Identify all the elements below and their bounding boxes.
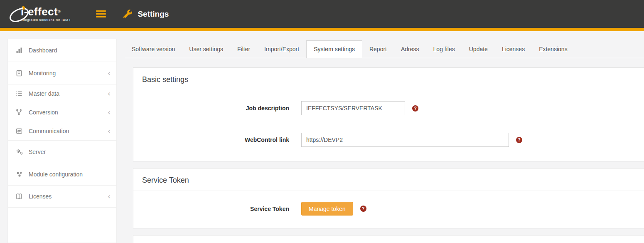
modules-icon bbox=[16, 171, 26, 178]
book-icon bbox=[16, 193, 26, 200]
page-title-area: Settings bbox=[123, 10, 169, 19]
accent-bar bbox=[0, 28, 644, 31]
wrench-icon bbox=[123, 10, 132, 18]
page-title: Settings bbox=[138, 10, 169, 19]
job-description-input[interactable] bbox=[301, 101, 405, 115]
sidebar-item-label: Communication bbox=[29, 128, 108, 134]
tab-software-version[interactable]: Software version bbox=[125, 41, 182, 58]
app-logo: i-effect® integrated solutions for IBM i bbox=[12, 0, 70, 28]
top-bar: i-effect® integrated solutions for IBM i… bbox=[0, 0, 644, 28]
panel-header: Service Token bbox=[133, 169, 644, 191]
chevron-left-icon: ‹ bbox=[108, 193, 111, 199]
tab-user-settings[interactable]: User settings bbox=[182, 41, 230, 58]
journal-icon bbox=[16, 70, 26, 77]
sidebar-item-label: Server bbox=[29, 149, 111, 155]
gears-icon bbox=[16, 149, 26, 155]
tab-system-settings[interactable]: System settings bbox=[306, 40, 362, 58]
chevron-left-icon: ‹ bbox=[108, 109, 111, 115]
webcontrol-link-input[interactable] bbox=[301, 133, 509, 147]
sidebar-item-label: Monitoring bbox=[29, 70, 108, 77]
sidebar-item-communication[interactable]: Communication ‹ bbox=[8, 122, 116, 140]
panel-title: Basic settings bbox=[142, 75, 644, 84]
sidebar-wrap: Dashboard Monitoring ‹ Master data ‹ bbox=[0, 31, 117, 243]
panel-title: Service Token bbox=[142, 176, 644, 185]
tab-report[interactable]: Report bbox=[362, 41, 394, 58]
webcontrol-link-row: WebControl link ? bbox=[133, 133, 644, 147]
help-icon[interactable]: ? bbox=[360, 206, 366, 212]
logo-subtitle: integrated solutions for IBM i bbox=[21, 18, 70, 22]
tab-adress[interactable]: Adress bbox=[394, 41, 426, 58]
exchange-icon bbox=[16, 128, 26, 134]
job-description-label: Job description bbox=[133, 105, 289, 112]
sidebar-item-server[interactable]: Server bbox=[8, 140, 116, 163]
manage-token-button[interactable]: Manage token bbox=[301, 202, 353, 216]
help-icon[interactable]: ? bbox=[516, 137, 522, 143]
sidebar-item-dashboard[interactable]: Dashboard bbox=[8, 39, 116, 62]
sidebar-item-monitoring[interactable]: Monitoring ‹ bbox=[8, 62, 116, 84]
list-icon bbox=[16, 90, 26, 97]
tab-import-export[interactable]: Import/Export bbox=[257, 41, 306, 58]
basic-settings-panel: Basic settings Job description ? WebCont… bbox=[133, 67, 644, 161]
chevron-left-icon: ‹ bbox=[108, 70, 111, 76]
sidebar-toggle-icon[interactable] bbox=[96, 9, 106, 19]
sidebar-item-label: Licenses bbox=[29, 193, 108, 200]
service-token-panel: Service Token Service Token Manage token… bbox=[133, 168, 644, 228]
sidebar-item-label: Conversion bbox=[29, 109, 108, 116]
logo-title: i-effect® bbox=[21, 6, 70, 17]
help-icon[interactable]: ? bbox=[412, 105, 418, 112]
job-description-row: Job description ? bbox=[133, 101, 644, 115]
tab-filter[interactable]: Filter bbox=[230, 41, 257, 58]
tab-update[interactable]: Update bbox=[462, 41, 495, 58]
chevron-left-icon: ‹ bbox=[108, 91, 111, 97]
main-content: Software version User settings Filter Im… bbox=[117, 31, 644, 243]
next-panel-stub bbox=[133, 235, 644, 243]
bar-chart-icon bbox=[16, 47, 26, 54]
tab-log-files[interactable]: Log files bbox=[426, 41, 462, 58]
sidebar-item-module-configuration[interactable]: Module configuration bbox=[8, 163, 116, 185]
chevron-left-icon: ‹ bbox=[108, 128, 111, 134]
sidebar-item-licenses[interactable]: Licenses ‹ bbox=[8, 185, 116, 208]
sidebar-item-label: Dashboard bbox=[29, 47, 111, 54]
panel-header: Basic settings bbox=[133, 68, 644, 90]
settings-tabs: Software version User settings Filter Im… bbox=[125, 40, 644, 58]
sidebar-item-conversion[interactable]: Conversion ‹ bbox=[8, 103, 116, 122]
tab-licenses[interactable]: Licenses bbox=[495, 41, 532, 58]
sidebar-item-label: Module configuration bbox=[29, 171, 111, 178]
tab-extensions[interactable]: Extensions bbox=[532, 41, 574, 58]
sidebar-item-master-data[interactable]: Master data ‹ bbox=[8, 84, 116, 103]
sidebar-item-label: Master data bbox=[29, 90, 108, 97]
sidebar: Dashboard Monitoring ‹ Master data ‹ bbox=[7, 39, 117, 243]
code-fork-icon bbox=[16, 109, 26, 115]
service-token-row: Service Token Manage token ? bbox=[133, 202, 644, 216]
service-token-label: Service Token bbox=[133, 206, 289, 212]
webcontrol-link-label: WebControl link bbox=[133, 136, 289, 143]
